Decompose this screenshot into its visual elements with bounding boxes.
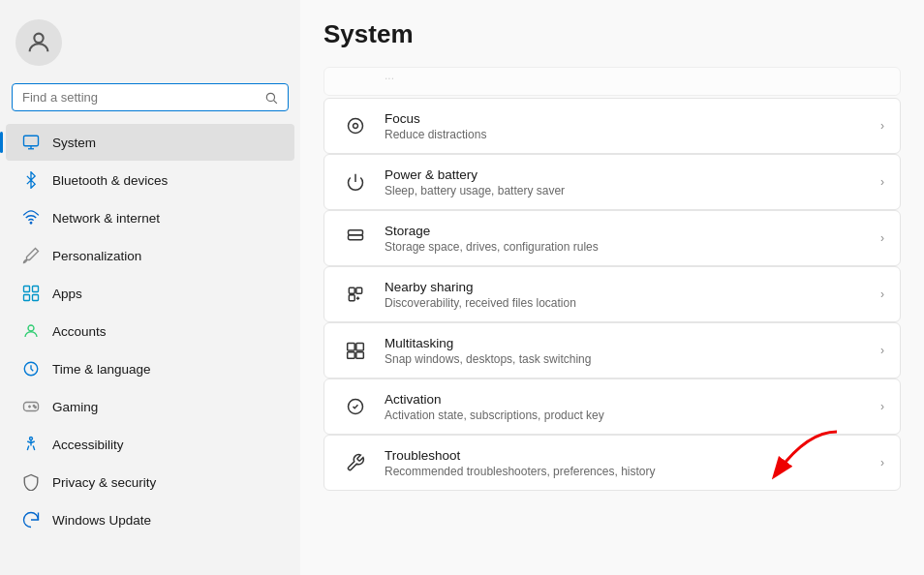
- settings-list: ... Focus Reduce distractions › Power & …: [323, 67, 901, 491]
- storage-icon: [340, 223, 371, 254]
- bluetooth-icon: [21, 170, 41, 190]
- sidebar-item-label: Accessibility: [52, 438, 124, 452]
- settings-item-multitasking[interactable]: Multitasking Snap windows, desktops, tas…: [323, 322, 901, 378]
- svg-point-17: [35, 407, 37, 409]
- svg-point-20: [354, 124, 358, 129]
- storage-desc: Storage space, drives, configuration rul…: [385, 240, 873, 254]
- chevron-right-icon: ›: [880, 231, 884, 245]
- shield-icon: [21, 472, 41, 492]
- sidebar-item-label: Time & language: [52, 362, 151, 377]
- sidebar-item-network[interactable]: Network & internet: [6, 199, 294, 236]
- svg-rect-28: [348, 344, 355, 351]
- settings-item-power[interactable]: Power & battery Sleep, battery usage, ba…: [323, 154, 901, 210]
- settings-item-activation[interactable]: Activation Activation state, subscriptio…: [323, 378, 901, 435]
- sidebar-item-time[interactable]: Time & language: [6, 350, 294, 387]
- storage-text: Storage Storage space, drives, configura…: [385, 224, 873, 254]
- svg-rect-30: [348, 352, 355, 359]
- troubleshoot-desc: Recommended troubleshooters, preferences…: [385, 465, 873, 478]
- focus-title: Focus: [385, 111, 873, 126]
- multitasking-title: Multitasking: [385, 336, 873, 350]
- activation-title: Activation: [385, 392, 873, 407]
- svg-rect-9: [24, 295, 30, 301]
- sidebar: System Bluetooth & devices Network & int…: [0, 0, 300, 575]
- chevron-right-icon: ›: [880, 119, 884, 133]
- focus-desc: Reduce distractions: [385, 128, 873, 141]
- sidebar-item-update[interactable]: Windows Update: [6, 501, 294, 538]
- power-desc: Sleep, battery usage, battery saver: [385, 184, 873, 197]
- sidebar-item-label: Personalization: [52, 249, 141, 263]
- main-content: System ... Focus Reduce distractions › P…: [300, 0, 924, 575]
- avatar: [15, 19, 62, 66]
- sidebar-item-label: Bluetooth & devices: [52, 173, 168, 188]
- settings-item-storage[interactable]: Storage Storage space, drives, configura…: [323, 210, 901, 266]
- power-text: Power & battery Sleep, battery usage, ba…: [385, 167, 873, 197]
- multitasking-icon: [340, 335, 371, 366]
- accessibility-icon: [21, 435, 41, 454]
- multitasking-text: Multitasking Snap windows, desktops, tas…: [385, 336, 873, 366]
- svg-point-0: [34, 34, 43, 43]
- chevron-right-icon: ›: [880, 400, 884, 413]
- svg-rect-31: [356, 352, 364, 359]
- svg-point-1: [266, 93, 274, 101]
- partial-icon: [340, 67, 371, 91]
- svg-point-21: [349, 119, 363, 134]
- sidebar-item-personalization[interactable]: Personalization: [6, 237, 294, 274]
- monitor-icon: [21, 133, 41, 152]
- sidebar-item-label: Network & internet: [52, 211, 160, 226]
- storage-title: Storage: [385, 224, 873, 238]
- sidebar-item-label: Accounts: [52, 324, 107, 339]
- sidebar-item-label: System: [52, 136, 96, 150]
- sidebar-item-accessibility[interactable]: Accessibility: [6, 426, 294, 463]
- search-box[interactable]: [12, 83, 289, 111]
- focus-text: Focus Reduce distractions: [385, 111, 873, 141]
- update-icon: [21, 510, 41, 530]
- sidebar-item-accounts[interactable]: Accounts: [6, 313, 294, 349]
- focus-icon: [340, 110, 371, 141]
- sidebar-item-label: Gaming: [52, 400, 98, 414]
- sidebar-item-label: Privacy & security: [52, 475, 156, 490]
- sidebar-item-gaming[interactable]: Gaming: [6, 388, 294, 425]
- apps-icon: [21, 284, 41, 303]
- nearby-text: Nearby sharing Discoverability, received…: [385, 280, 873, 310]
- svg-rect-29: [356, 344, 364, 351]
- nav-list: System Bluetooth & devices Network & int…: [0, 123, 300, 539]
- sidebar-item-system[interactable]: System: [6, 124, 294, 161]
- sidebar-item-bluetooth[interactable]: Bluetooth & devices: [6, 162, 294, 198]
- partial-text: ...: [385, 69, 884, 82]
- brush-icon: [21, 246, 41, 265]
- svg-rect-23: [349, 235, 363, 240]
- settings-items: Focus Reduce distractions › Power & batt…: [323, 98, 901, 491]
- nearby-title: Nearby sharing: [385, 280, 873, 294]
- svg-rect-25: [349, 288, 354, 293]
- nearby-icon: [340, 279, 371, 310]
- svg-rect-10: [33, 295, 39, 301]
- sidebar-item-apps[interactable]: Apps: [6, 275, 294, 312]
- svg-rect-7: [24, 287, 30, 292]
- settings-item-focus[interactable]: Focus Reduce distractions ›: [323, 98, 901, 154]
- search-input[interactable]: [22, 90, 257, 105]
- settings-item-top-partial[interactable]: ...: [323, 67, 901, 96]
- activation-icon: [340, 391, 371, 422]
- chevron-right-icon: ›: [880, 456, 884, 469]
- svg-point-6: [30, 223, 32, 225]
- search-icon: [264, 91, 278, 105]
- sidebar-item-privacy[interactable]: Privacy & security: [6, 464, 294, 500]
- settings-item-troubleshoot[interactable]: Troubleshoot Recommended troubleshooters…: [323, 435, 901, 491]
- svg-rect-27: [349, 295, 354, 301]
- svg-rect-8: [33, 287, 39, 292]
- troubleshoot-title: Troubleshoot: [385, 448, 873, 463]
- page-title: System: [323, 19, 901, 49]
- user-icon: [21, 321, 41, 341]
- chevron-right-icon: ›: [880, 175, 884, 189]
- power-icon: [340, 166, 371, 197]
- activation-desc: Activation state, subscriptions, product…: [385, 409, 873, 422]
- power-title: Power & battery: [385, 167, 873, 182]
- clock-icon: [21, 359, 41, 378]
- wifi-icon: [21, 208, 41, 227]
- svg-point-11: [28, 325, 34, 331]
- chevron-right-icon: ›: [880, 288, 884, 301]
- chevron-right-icon: ›: [880, 344, 884, 357]
- activation-text: Activation Activation state, subscriptio…: [385, 392, 873, 422]
- settings-item-nearby[interactable]: Nearby sharing Discoverability, received…: [323, 266, 901, 322]
- gaming-icon: [21, 397, 41, 416]
